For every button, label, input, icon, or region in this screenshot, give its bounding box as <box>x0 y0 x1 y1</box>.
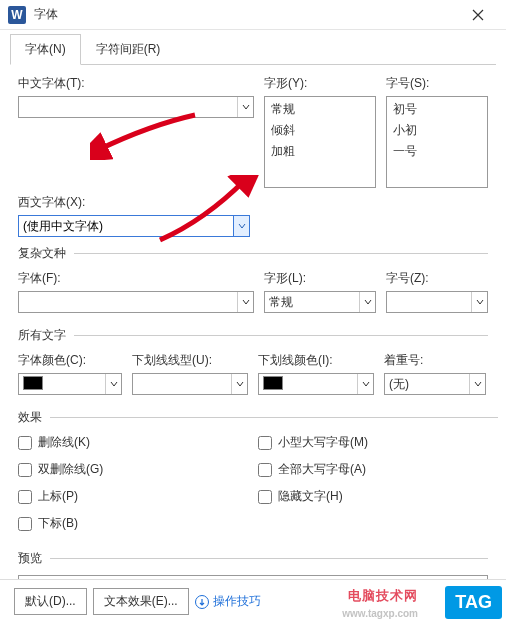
checkbox-sub[interactable]: 下标(B) <box>18 515 258 532</box>
emphasis-combo[interactable]: (无) <box>384 373 486 395</box>
checkbox-dblstrike[interactable]: 双删除线(G) <box>18 461 258 478</box>
text-effect-button[interactable]: 文本效果(E)... <box>93 588 189 615</box>
checkbox-strike[interactable]: 删除线(K) <box>18 434 258 451</box>
chevron-down-icon[interactable] <box>359 292 375 312</box>
chevron-down-icon[interactable] <box>357 374 373 394</box>
west-font-combo[interactable] <box>18 215 250 237</box>
section-complex: 复杂文种 字体(F): 字形(L): 常规 字号(Z): <box>18 245 488 319</box>
label-font-color: 字体颜色(C): <box>18 352 122 369</box>
emphasis-value: (无) <box>385 376 469 393</box>
legend-preview: 预览 <box>18 550 50 567</box>
checkbox-smallcaps[interactable]: 小型大写字母(M) <box>258 434 498 451</box>
label-size: 字号(S): <box>386 75 488 92</box>
color-swatch <box>23 376 43 390</box>
chevron-down-icon[interactable] <box>237 292 253 312</box>
color-swatch <box>263 376 283 390</box>
window-title: 字体 <box>34 6 458 23</box>
label-underline-type: 下划线线型(U): <box>132 352 248 369</box>
label-size-z: 字号(Z): <box>386 270 488 287</box>
chevron-down-icon[interactable] <box>105 374 121 394</box>
legend-effects: 效果 <box>18 409 50 426</box>
close-button[interactable] <box>458 1 498 29</box>
list-item[interactable]: 常规 <box>267 99 373 120</box>
button-bar: 默认(D)... 文本效果(E)... 操作技巧 <box>0 579 506 623</box>
tips-link[interactable]: 操作技巧 <box>195 593 261 610</box>
titlebar: W 字体 <box>0 0 506 30</box>
style-l-combo[interactable]: 常规 <box>264 291 376 313</box>
checkbox-super[interactable]: 上标(P) <box>18 488 258 505</box>
label-style: 字形(Y): <box>264 75 376 92</box>
app-icon: W <box>8 6 26 24</box>
cn-font-input[interactable] <box>19 100 237 114</box>
chevron-down-icon[interactable] <box>237 97 253 117</box>
close-icon <box>472 9 484 21</box>
label-west-font: 西文字体(X): <box>18 194 250 211</box>
label-emphasis: 着重号: <box>384 352 486 369</box>
section-effects: 效果 删除线(K)小型大写字母(M)双删除线(G)全部大写字母(A)上标(P)隐… <box>18 409 498 542</box>
font-f-input[interactable] <box>19 295 237 309</box>
default-button[interactable]: 默认(D)... <box>14 588 87 615</box>
label-cn-font: 中文字体(T): <box>18 75 254 92</box>
section-alltext: 所有文字 字体颜色(C): 下划线线型(U): 下划线颜色(I): <box>18 327 488 401</box>
info-icon <box>195 595 209 609</box>
size-listbox[interactable]: 初号 小初 一号 <box>386 96 488 188</box>
font-color-combo[interactable] <box>18 373 122 395</box>
legend-alltext: 所有文字 <box>18 327 74 344</box>
style-listbox[interactable]: 常规 倾斜 加粗 <box>264 96 376 188</box>
size-z-combo[interactable] <box>386 291 488 313</box>
list-item[interactable]: 初号 <box>389 99 485 120</box>
tab-spacing[interactable]: 字符间距(R) <box>81 34 176 65</box>
tab-strip: 字体(N) 字符间距(R) <box>0 30 506 65</box>
label-underline-color: 下划线颜色(I): <box>258 352 374 369</box>
west-font-input[interactable] <box>19 219 233 233</box>
checkbox-hidden[interactable]: 隐藏文字(H) <box>258 488 498 505</box>
style-l-value: 常规 <box>265 294 359 311</box>
cn-font-combo[interactable] <box>18 96 254 118</box>
label-font-f: 字体(F): <box>18 270 254 287</box>
chevron-down-icon[interactable] <box>471 292 487 312</box>
underline-color-combo[interactable] <box>258 373 374 395</box>
chevron-down-icon[interactable] <box>231 374 247 394</box>
font-f-combo[interactable] <box>18 291 254 313</box>
underline-type-combo[interactable] <box>132 373 248 395</box>
chevron-down-icon[interactable] <box>469 374 485 394</box>
list-item[interactable]: 小初 <box>389 120 485 141</box>
list-item[interactable]: 倾斜 <box>267 120 373 141</box>
list-item[interactable]: 一号 <box>389 141 485 162</box>
list-item[interactable]: 加粗 <box>267 141 373 162</box>
legend-complex: 复杂文种 <box>18 245 74 262</box>
tab-font[interactable]: 字体(N) <box>10 34 81 65</box>
label-style-l: 字形(L): <box>264 270 376 287</box>
checkbox-allcaps[interactable]: 全部大写字母(A) <box>258 461 498 478</box>
chevron-down-icon[interactable] <box>233 216 249 236</box>
